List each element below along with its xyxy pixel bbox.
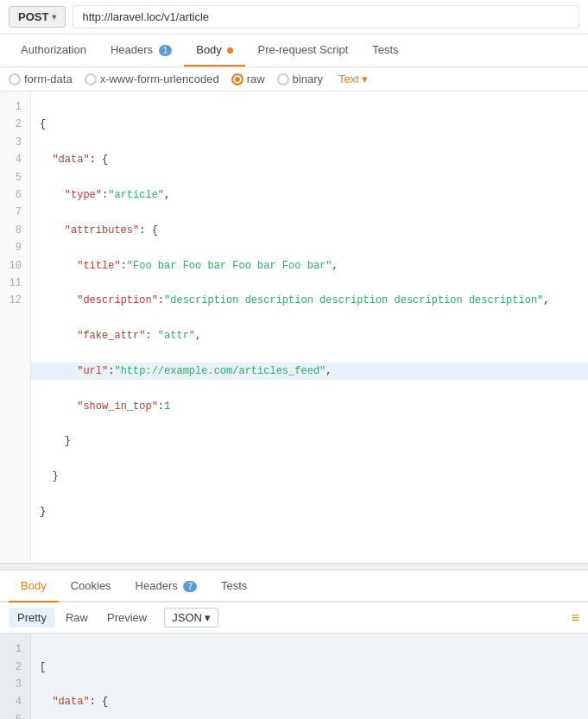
response-code-editor: 1 2 3 4 5 6 7 8 9 10 11 12 13 14 15 16 1… <box>0 634 588 719</box>
json-dropdown[interactable]: JSON ▾ <box>164 608 218 628</box>
req-line-5: "title":"Foo bar Foo bar Foo bar Foo bar… <box>40 257 579 274</box>
tab-authorization[interactable]: Authorization <box>9 35 98 66</box>
filter-icon[interactable]: ≡ <box>572 610 579 626</box>
body-dot <box>227 47 233 54</box>
body-options: form-data x-www-form-urlencoded raw bina… <box>0 67 588 91</box>
raw-option[interactable]: raw <box>231 73 265 85</box>
req-line-11: } <box>40 468 579 485</box>
form-data-radio[interactable] <box>9 73 21 85</box>
resp-line-2: "data": { <box>40 693 579 710</box>
pretty-button[interactable]: Pretty <box>9 608 55 628</box>
tab-tests[interactable]: Tests <box>360 35 410 66</box>
raw-button[interactable]: Raw <box>57 608 97 628</box>
req-line-1: { <box>40 116 579 133</box>
form-data-option[interactable]: form-data <box>9 73 73 85</box>
text-dropdown[interactable]: Text ▾ <box>338 73 368 85</box>
resp-tab-body[interactable]: Body <box>9 571 59 602</box>
response-tabs: Body Cookies Headers 7 Tests <box>0 571 588 602</box>
panel-divider <box>0 564 588 571</box>
top-bar: POST ▾ <box>0 0 588 35</box>
chevron-down-icon: ▾ <box>362 73 368 85</box>
tab-headers[interactable]: Headers 1 <box>98 35 184 66</box>
raw-radio[interactable] <box>231 73 243 85</box>
urlencoded-radio[interactable] <box>85 73 97 85</box>
resp-tab-tests[interactable]: Tests <box>209 571 259 602</box>
chevron-down-icon: ▾ <box>205 611 211 624</box>
req-code-content: { "data": { "type":"article", "attribute… <box>31 91 588 563</box>
req-line-10: } <box>40 432 579 450</box>
tab-body[interactable]: Body <box>184 35 245 66</box>
binary-radio[interactable] <box>277 73 289 85</box>
format-bar: Pretty Raw Preview JSON ▾ ≡ <box>0 602 588 634</box>
headers-badge: 1 <box>159 45 173 56</box>
req-line-12: } <box>40 503 579 520</box>
req-line-2: "data": { <box>40 151 579 168</box>
method-label: POST <box>18 10 48 23</box>
req-line-8: "url":"http://example.com/articles_feed"… <box>31 363 588 380</box>
method-button[interactable]: POST ▾ <box>9 6 66 28</box>
req-line-4: "attributes": { <box>40 222 579 239</box>
req-line-9: "show_in_top":1 <box>40 398 579 415</box>
request-tabs: Authorization Headers 1 Body Pre-request… <box>0 35 588 67</box>
url-input[interactable] <box>73 5 579 28</box>
req-line-3: "type":"article", <box>40 186 579 204</box>
req-line-7: "fake_attr": "attr", <box>40 327 579 344</box>
resp-tab-cookies[interactable]: Cookies <box>59 571 123 602</box>
resp-code-content: [ "data": { "type": "article", "id": "2"… <box>31 634 588 719</box>
resp-line-numbers: 1 2 3 4 5 6 7 8 9 10 11 12 13 14 15 16 1… <box>0 634 31 719</box>
request-code-editor[interactable]: 1 2 3 4 5 6 7 8 9 10 11 12 { "data": { "… <box>0 91 588 564</box>
chevron-down-icon: ▾ <box>52 12 56 22</box>
resp-tab-headers[interactable]: Headers 7 <box>123 571 209 602</box>
resp-line-1: [ <box>40 659 579 676</box>
req-line-numbers: 1 2 3 4 5 6 7 8 9 10 11 12 <box>0 91 31 563</box>
tab-pre-request[interactable]: Pre-request Script <box>245 35 360 66</box>
preview-button[interactable]: Preview <box>98 608 155 628</box>
binary-option[interactable]: binary <box>277 73 323 85</box>
resp-headers-badge: 7 <box>183 581 197 592</box>
urlencoded-option[interactable]: x-www-form-urlencoded <box>85 73 219 85</box>
req-line-6: "description":"description description d… <box>40 292 579 309</box>
